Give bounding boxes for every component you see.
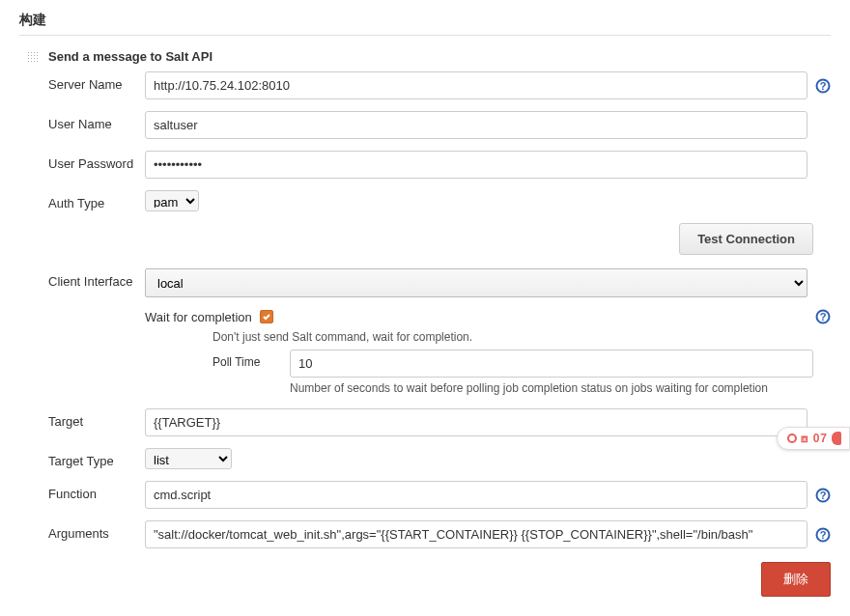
client-interface-select[interactable]: local [145,268,808,297]
wait-for-completion-checkbox[interactable] [260,310,273,323]
help-icon[interactable]: ? [815,309,831,324]
drag-handle-icon[interactable] [27,51,39,63]
label-target: Target [48,408,145,429]
label-user-password: User Password [48,151,145,171]
svg-text:?: ? [820,311,827,322]
step-title: Send a message to Salt API [48,49,831,64]
widget-bars-icon: ⧈ [801,432,809,445]
function-input[interactable] [145,481,808,509]
label-client-interface: Client Interface [48,268,145,289]
record-icon[interactable] [787,434,797,443]
label-user-name: User Name [48,111,145,131]
label-function: Function [48,481,145,501]
svg-text:?: ? [820,529,827,541]
svg-text:?: ? [820,490,827,501]
server-name-input[interactable] [145,71,808,99]
auth-type-select[interactable]: pam [145,190,199,211]
help-icon[interactable]: ? [815,527,831,543]
wait-help-text: Don't just send Salt command, wait for c… [212,330,813,344]
help-icon[interactable]: ? [815,78,831,94]
label-arguments: Arguments [48,520,145,541]
label-wait-for-completion: Wait for completion [145,310,252,324]
poll-help-text: Number of seconds to wait before polling… [290,381,813,395]
user-password-input[interactable] [145,151,808,179]
poll-time-input[interactable] [290,350,813,378]
svg-text:?: ? [820,80,827,92]
floating-toolbar[interactable]: ⧈ 07 [777,427,850,450]
build-step: Send a message to Salt API Server Name ?… [19,49,831,597]
section-header-build: 构建 [19,8,831,36]
arguments-input[interactable] [145,520,808,548]
test-connection-button[interactable]: Test Connection [679,223,813,255]
delete-button[interactable]: 删除 [761,562,831,597]
label-target-type: Target Type [48,448,145,468]
label-server-name: Server Name [48,71,145,92]
widget-tab-icon[interactable] [832,432,841,445]
help-icon[interactable]: ? [815,488,831,503]
target-type-select[interactable]: list [145,448,232,469]
label-poll-time: Poll Time [212,350,290,369]
target-input[interactable] [145,408,808,436]
widget-counter: 07 [813,432,828,445]
user-name-input[interactable] [145,111,808,139]
label-auth-type: Auth Type [48,190,145,210]
